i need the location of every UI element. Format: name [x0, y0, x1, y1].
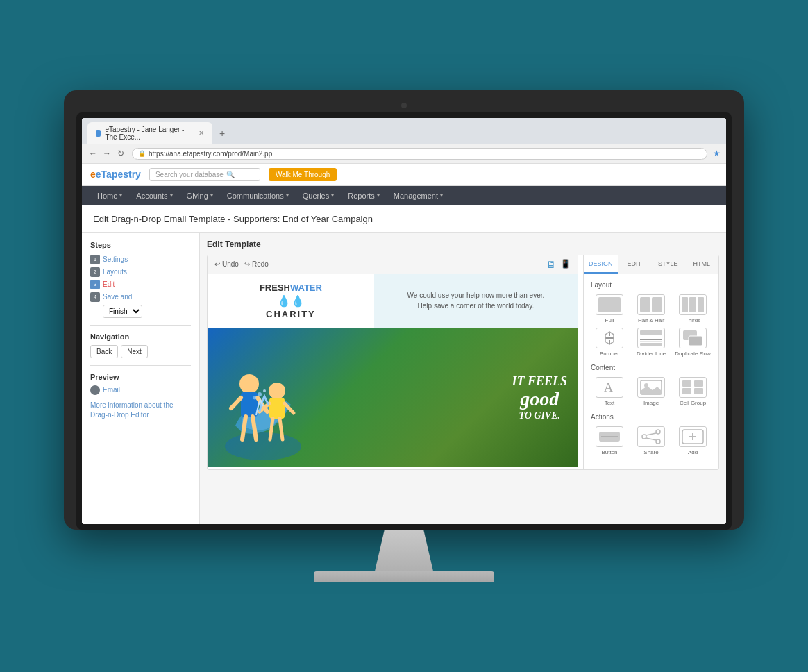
- queries-nav-arrow: ▾: [331, 192, 334, 199]
- svg-point-1: [239, 374, 259, 394]
- back-button[interactable]: Back: [90, 345, 118, 358]
- svg-point-13: [258, 392, 262, 396]
- device-buttons: 🖥 📱: [546, 259, 571, 270]
- browser-tab-active[interactable]: eTapestry - Jane Langer - The Exce... ✕: [87, 122, 212, 144]
- next-button[interactable]: Next: [121, 345, 148, 358]
- layout-divider[interactable]: Divider Line: [632, 328, 670, 357]
- step-4-save[interactable]: 4 Save and: [90, 292, 191, 302]
- tab-close-icon[interactable]: ✕: [199, 129, 204, 137]
- content-image-label: Image: [643, 400, 659, 406]
- add-action-svg: [680, 428, 705, 446]
- monitor-base: [314, 571, 494, 582]
- step-2-link[interactable]: Layouts: [103, 268, 127, 276]
- kids-water-image: [221, 342, 305, 467]
- thirds-layout-svg: [680, 296, 705, 314]
- svg-line-45: [646, 433, 656, 435]
- redo-icon: ↪: [244, 260, 250, 268]
- nav-item-queries[interactable]: Queries ▾: [296, 186, 342, 205]
- svg-rect-36: [682, 380, 691, 387]
- email-canvas: ↩ Undo ↪ Redo: [208, 255, 578, 469]
- walk-me-through-button[interactable]: Walk Me Through: [269, 168, 337, 181]
- button-action-svg: [597, 428, 622, 446]
- svg-rect-39: [694, 388, 703, 394]
- nav-item-home[interactable]: Home ▾: [90, 186, 129, 205]
- panel-tabs: DESIGN EDIT STYLE HTML: [584, 255, 718, 274]
- forward-button[interactable]: →: [101, 148, 112, 159]
- step-3-link[interactable]: Edit: [103, 280, 115, 288]
- content-image[interactable]: Image: [632, 377, 670, 406]
- step-2-layouts[interactable]: 2 Layouts: [90, 267, 191, 277]
- etapestry-logo: eeTapestry: [90, 169, 141, 180]
- layout-bumper[interactable]: Bumper: [591, 328, 628, 357]
- svg-rect-21: [698, 297, 704, 312]
- tab-design[interactable]: DESIGN: [584, 255, 618, 274]
- mobile-view-button[interactable]: 📱: [560, 259, 571, 270]
- monitor-stand: [355, 530, 453, 571]
- action-button[interactable]: Button: [591, 426, 628, 455]
- finish-dropdown: Finish: [103, 305, 191, 318]
- svg-rect-38: [682, 388, 691, 394]
- nav-item-accounts[interactable]: Accounts ▾: [129, 186, 179, 205]
- undo-button[interactable]: ↩ Undo: [214, 260, 239, 268]
- content-cellgroup[interactable]: Cell Group: [674, 377, 712, 406]
- tab-edit[interactable]: EDIT: [618, 255, 652, 274]
- action-share-icon: [637, 426, 665, 447]
- new-tab-button[interactable]: +: [215, 128, 229, 139]
- step-4-link[interactable]: Save and: [103, 293, 132, 301]
- layout-full[interactable]: Full: [591, 294, 628, 324]
- lock-icon: 🔒: [138, 150, 146, 157]
- search-box[interactable]: Search your database 🔍: [149, 168, 260, 181]
- screen-bezel: eTapestry - Jane Langer - The Exce... ✕ …: [76, 112, 732, 530]
- water-text: WATER: [290, 283, 322, 293]
- step-2-num: 2: [90, 267, 100, 277]
- text-content-svg: A: [597, 378, 622, 396]
- browser-tab-bar: eTapestry - Jane Langer - The Exce... ✕ …: [82, 118, 726, 144]
- layout-half[interactable]: Half & Half: [632, 294, 670, 324]
- preview-email-icon: [90, 385, 100, 395]
- svg-rect-27: [640, 330, 662, 335]
- action-add-icon: [679, 426, 707, 447]
- layout-thirds[interactable]: Thirds: [674, 294, 712, 324]
- it-feels-text: IT FEELS: [512, 375, 567, 389]
- layout-duplicate-icon: [679, 328, 707, 348]
- nav-item-reports[interactable]: Reports ▾: [341, 186, 387, 205]
- step-1-settings[interactable]: 1 Settings: [90, 255, 191, 264]
- full-layout-svg: [597, 296, 622, 314]
- svg-point-14: [263, 389, 266, 392]
- nav-item-giving[interactable]: Giving ▾: [180, 186, 220, 205]
- svg-rect-18: [652, 297, 662, 312]
- bookmark-icon[interactable]: ★: [713, 149, 721, 158]
- good-text: good: [512, 389, 567, 410]
- action-share[interactable]: Share: [632, 426, 670, 455]
- svg-rect-8: [269, 398, 285, 419]
- layout-duplicate[interactable]: Duplicate Row: [674, 328, 712, 357]
- desktop-view-button[interactable]: 🖥: [546, 259, 556, 270]
- nav-item-communications[interactable]: Communications ▾: [220, 186, 296, 205]
- content-text[interactable]: A Text: [591, 377, 628, 406]
- monitor-wrapper: eTapestry - Jane Langer - The Exce... ✕ …: [64, 90, 744, 582]
- nav-item-management[interactable]: Management ▾: [387, 186, 450, 205]
- back-button[interactable]: ←: [87, 148, 99, 159]
- step-1-link[interactable]: Settings: [103, 255, 128, 263]
- svg-point-7: [269, 383, 285, 399]
- svg-point-15: [253, 396, 257, 400]
- step-1-num: 1: [90, 255, 100, 264]
- address-bar[interactable]: 🔒 https://ana.etapestry.com/prod/Main2.p…: [132, 148, 707, 160]
- content-text-label: Text: [605, 400, 615, 406]
- tab-html[interactable]: HTML: [685, 255, 719, 274]
- more-info-link[interactable]: More information about the Drag-n-Drop E…: [90, 401, 191, 420]
- reports-nav-arrow: ▾: [377, 192, 380, 199]
- svg-text:A: A: [604, 380, 613, 394]
- preview-email-item[interactable]: Email: [90, 385, 191, 395]
- cellgroup-content-svg: [680, 378, 705, 396]
- redo-button[interactable]: ↪ Redo: [244, 260, 269, 268]
- finish-select[interactable]: Finish: [103, 305, 142, 318]
- step-3-edit[interactable]: 3 Edit: [90, 280, 191, 289]
- image-content-svg: [639, 378, 664, 396]
- tab-style[interactable]: STYLE: [651, 255, 685, 274]
- refresh-button[interactable]: ↻: [115, 148, 126, 159]
- main-content: Steps 1 Settings 2 Layouts 3 Edit: [82, 233, 726, 524]
- action-add[interactable]: Add: [674, 426, 712, 455]
- communications-nav-arrow: ▾: [286, 192, 289, 199]
- layout-half-label: Half & Half: [638, 317, 664, 324]
